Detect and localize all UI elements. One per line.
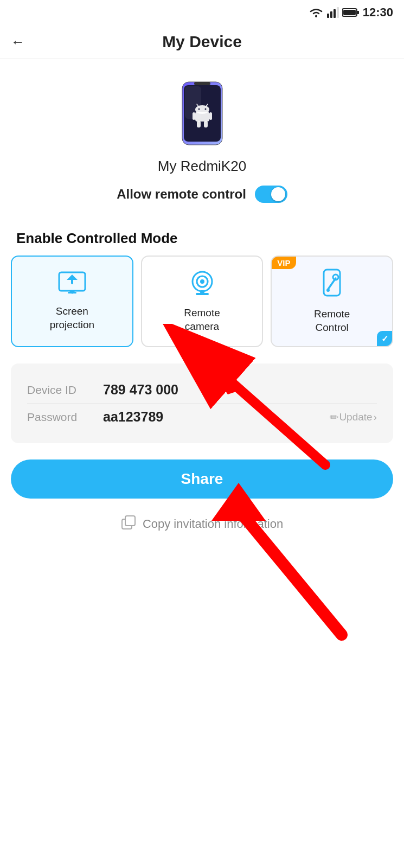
svg-point-0: [315, 15, 317, 17]
mode-cards: Screenprojection Remotecamera VIP: [0, 256, 404, 347]
svg-rect-40: [125, 516, 135, 526]
signal-icon: [327, 7, 339, 18]
svg-rect-18: [209, 112, 212, 120]
update-button[interactable]: Update ›: [339, 411, 377, 423]
svg-point-13: [204, 108, 206, 110]
status-bar: 12:30: [0, 0, 404, 25]
page-title: My Device: [162, 33, 242, 51]
svg-point-12: [198, 108, 200, 110]
red-arrow-overlay: [0, 477, 404, 651]
svg-rect-3: [334, 9, 336, 18]
svg-rect-20: [204, 121, 208, 127]
svg-point-35: [326, 289, 330, 292]
phone-svg: [178, 81, 227, 146]
status-icons: 12:30: [309, 5, 393, 20]
svg-rect-6: [357, 11, 359, 14]
password-row: Password aa123789 ✏ Update ›: [27, 403, 377, 430]
remote-camera-card[interactable]: Remotecamera: [141, 256, 264, 347]
password-label: Password: [27, 411, 103, 424]
svg-rect-2: [330, 11, 332, 18]
remote-camera-icon: [188, 270, 216, 301]
svg-rect-19: [197, 121, 201, 127]
device-section: My RedmiK20 Allow remote control: [0, 59, 404, 219]
toggle-knob: [271, 187, 285, 201]
device-id-value: 789 473 000: [103, 382, 377, 398]
svg-rect-7: [343, 10, 356, 15]
share-button[interactable]: Share: [11, 459, 393, 499]
screen-projection-icon: [58, 271, 86, 299]
svg-rect-17: [193, 112, 195, 120]
battery-icon: [342, 8, 360, 17]
svg-point-29: [200, 279, 204, 284]
device-name: My RedmiK20: [158, 158, 246, 175]
password-value: aa123789: [103, 409, 324, 425]
device-id-row: Device ID 789 473 000: [27, 376, 377, 403]
section-title: Enable Controlled Mode: [0, 219, 404, 256]
remote-control-icon: [320, 269, 343, 302]
device-icon: [178, 81, 227, 148]
copy-invitation-label: Copy invitation information: [143, 517, 283, 531]
remote-control-card[interactable]: VIP RemoteControl ✓: [271, 256, 393, 347]
device-id-label: Device ID: [27, 384, 103, 397]
svg-marker-26: [67, 275, 78, 280]
status-time: 12:30: [363, 5, 393, 20]
svg-rect-4: [337, 7, 339, 18]
copy-icon: [121, 515, 136, 533]
svg-point-34: [333, 275, 338, 280]
vip-badge: VIP: [272, 257, 296, 269]
svg-rect-21: [194, 82, 210, 85]
device-info-card: Device ID 789 473 000 Password aa123789 …: [11, 363, 393, 443]
screen-projection-card[interactable]: Screenprojection: [11, 256, 133, 347]
svg-rect-31: [196, 293, 209, 295]
header: ← My Device: [0, 25, 404, 59]
edit-password-icon[interactable]: ✏: [330, 411, 339, 424]
remote-control-toggle[interactable]: [255, 186, 287, 203]
back-button[interactable]: ←: [11, 34, 25, 50]
remote-camera-label: Remotecamera: [184, 307, 220, 333]
svg-rect-16: [195, 112, 209, 122]
remote-control-row: Allow remote control: [117, 186, 287, 203]
svg-rect-24: [68, 292, 76, 293]
copy-invitation-row[interactable]: Copy invitation information: [0, 509, 404, 539]
checkmark-badge: ✓: [377, 331, 392, 346]
screen-projection-label: Screenprojection: [50, 305, 94, 331]
wifi-icon: [309, 7, 324, 18]
remote-control-label-card: RemoteControl: [314, 308, 350, 334]
remote-control-label: Allow remote control: [117, 187, 246, 202]
svg-rect-1: [327, 14, 329, 18]
